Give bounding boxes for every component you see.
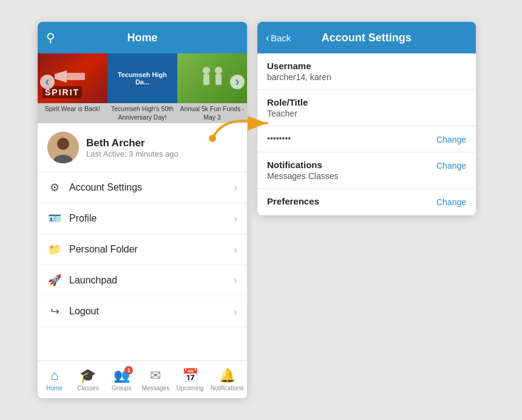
nav-item-upcoming[interactable]: 📅 Upcoming <box>176 368 203 391</box>
nav-item-notifications[interactable]: 🔔 Notifications <box>211 368 243 391</box>
username-row: Username barcher14, karen <box>257 53 476 90</box>
menu-item-profile[interactable]: 🪪 Profile › <box>38 203 247 234</box>
nav-item-messages[interactable]: ✉ Messages <box>142 368 170 391</box>
chevron-right-icon: › <box>234 243 237 256</box>
chevron-right-icon: › <box>234 181 237 194</box>
chevron-right-icon: › <box>234 212 237 225</box>
classes-icon: 🎓 <box>80 368 96 384</box>
role-value: Teacher <box>267 109 308 118</box>
user-last-active: Last Active: 3 minutes ago <box>86 149 178 158</box>
logout-icon: ↪ <box>47 305 62 318</box>
nav-label: Classes <box>77 385 99 391</box>
svg-point-4 <box>215 67 222 74</box>
menu-label: Profile <box>69 213 234 224</box>
carousel-next-button[interactable]: › <box>230 75 245 89</box>
username-value: barcher14, karen <box>267 72 331 82</box>
home-header: ⚲ Home <box>38 22 247 53</box>
svg-marker-0 <box>55 70 67 83</box>
password-dots: •••••••• <box>267 134 291 143</box>
role-row: Role/Title Teacher <box>257 90 476 126</box>
password-change-button[interactable]: Change <box>436 135 466 144</box>
preferences-row: Preferences Change <box>257 189 476 215</box>
user-details: Beth Archer Last Active: 3 minutes ago <box>86 137 178 158</box>
menu-item-launchpad[interactable]: 🚀 Launchpad › <box>38 265 247 296</box>
menu-item-logout[interactable]: ↪ Logout › <box>38 296 247 327</box>
svg-point-7 <box>57 138 69 150</box>
upcoming-icon: 📅 <box>182 368 198 384</box>
home-title: Home <box>127 32 157 44</box>
menu-item-personal-folder[interactable]: 📁 Personal Folder › <box>38 234 247 265</box>
account-settings-header: ‹ Back Account Settings <box>257 22 476 53</box>
avatar-image <box>47 132 79 163</box>
search-icon[interactable]: ⚲ <box>46 30 55 45</box>
svg-rect-3 <box>203 74 209 85</box>
menu-item-account-settings[interactable]: ⚙ Account Settings › <box>38 172 247 203</box>
menu-label: Personal Folder <box>69 244 234 255</box>
spirit-wear-image <box>49 63 97 93</box>
nav-item-home[interactable]: ⌂ Home <box>41 368 68 391</box>
menu-label: Logout <box>69 306 234 317</box>
svg-rect-1 <box>67 73 85 80</box>
bottom-navigation: ⌂ Home 🎓 Classes 👥 1 Groups ✉ Messages 📅… <box>38 361 247 398</box>
carousel-item-label: Tecumseh High's 50th Anniversary Day! <box>107 103 177 123</box>
username-label: Username <box>267 61 331 71</box>
news-carousel: ‹ Spirit Wear is Back! Tecumseh High Da.… <box>38 53 247 123</box>
notifications-change-button[interactable]: Change <box>436 161 466 171</box>
notifications-icon: 🔔 <box>219 368 236 384</box>
svg-rect-5 <box>215 74 222 85</box>
menu-label: Account Settings <box>69 182 234 193</box>
user-info-section: Beth Archer Last Active: 3 minutes ago <box>38 123 247 172</box>
role-label: Role/Title <box>267 97 308 107</box>
nav-label: Notifications <box>211 385 243 391</box>
folder-icon: 📁 <box>47 243 62 256</box>
back-button[interactable]: ‹ Back <box>266 32 291 44</box>
account-settings-panel: ‹ Back Account Settings Username barcher… <box>257 22 476 215</box>
carousel-item-label: Spirit Wear is Back! <box>38 103 107 115</box>
carousel-item-label: Annual 5k Fun Funds - May 3 <box>177 103 247 123</box>
nav-label: Messages <box>142 385 170 391</box>
chevron-right-icon: › <box>234 305 237 318</box>
left-phone-panel: ⚲ Home ‹ Spirit Wear is Back! Tecums <box>38 22 247 398</box>
carousel-item-tecumseh[interactable]: Tecumseh High Da... Tecumseh High's 50th… <box>107 53 177 123</box>
nav-item-groups[interactable]: 👥 1 Groups <box>108 368 135 391</box>
notifications-label: Notifications <box>267 160 339 170</box>
nav-label: Groups <box>112 385 132 391</box>
notifications-value: Messages Classes <box>267 171 339 181</box>
notifications-row: Notifications Messages Classes Change <box>257 152 476 189</box>
nav-item-classes[interactable]: 🎓 Classes <box>75 368 101 391</box>
menu-list: ⚙ Account Settings › 🪪 Profile › 📁 Perso… <box>38 172 247 361</box>
carousel-prev-button[interactable]: ‹ <box>40 75 55 89</box>
launchpad-icon: 🚀 <box>47 274 62 287</box>
menu-label: Launchpad <box>69 275 234 286</box>
5k-image <box>191 63 234 93</box>
profile-icon: 🪪 <box>47 212 62 225</box>
gear-icon: ⚙ <box>47 181 62 194</box>
back-icon: ‹ <box>266 32 269 44</box>
groups-badge: 1 <box>124 366 133 374</box>
home-icon: ⌂ <box>50 368 58 384</box>
account-settings-title: Account Settings <box>296 32 437 44</box>
nav-label: Upcoming <box>176 385 203 391</box>
user-name: Beth Archer <box>86 137 178 149</box>
back-label: Back <box>271 33 291 43</box>
tecumseh-banner-text: Tecumseh High Da... <box>107 69 177 88</box>
messages-icon: ✉ <box>150 368 161 384</box>
preferences-label: Preferences <box>267 196 319 206</box>
preferences-change-button[interactable]: Change <box>436 197 466 207</box>
svg-point-2 <box>203 67 210 74</box>
nav-label: Home <box>46 385 63 391</box>
avatar <box>47 132 79 163</box>
chevron-right-icon: › <box>234 274 237 287</box>
password-row: •••••••• Change <box>257 126 476 152</box>
